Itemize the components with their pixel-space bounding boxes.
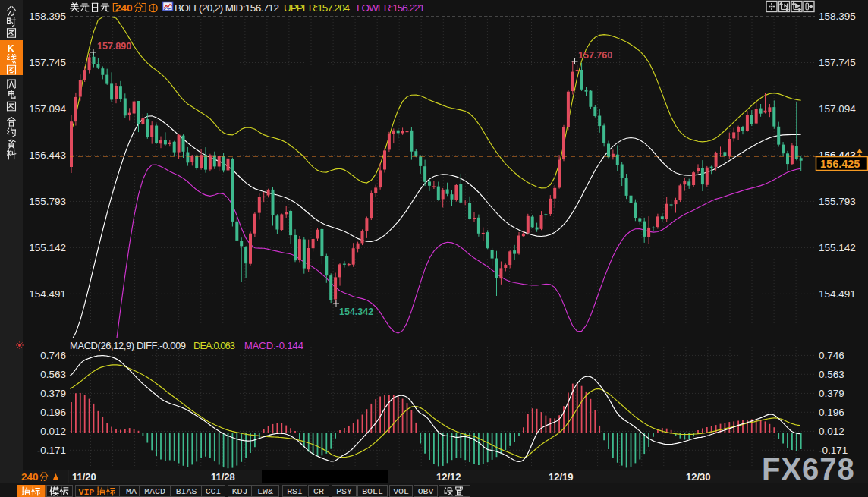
svg-text:BIAS: BIAS [176, 486, 197, 496]
svg-text:0.012: 0.012 [40, 426, 66, 437]
svg-text:LOWER:156.221: LOWER:156.221 [357, 2, 425, 14]
svg-text:11/20: 11/20 [72, 471, 96, 483]
svg-text:240: 240 [21, 471, 39, 483]
svg-text:0.012: 0.012 [819, 426, 844, 437]
svg-text:155.793: 155.793 [819, 196, 856, 207]
svg-text:157.760: 157.760 [578, 50, 612, 61]
svg-text:154.491: 154.491 [819, 288, 856, 300]
svg-text:UPPER:157.204: UPPER:157.204 [284, 2, 350, 14]
svg-text:158.395: 158.395 [29, 11, 66, 22]
svg-text:-0.171: -0.171 [37, 445, 66, 456]
svg-text:RSI: RSI [287, 486, 303, 496]
svg-text:0.563: 0.563 [40, 369, 66, 380]
svg-text:12/30: 12/30 [686, 471, 711, 483]
svg-text:0.746: 0.746 [40, 350, 66, 361]
svg-text:157.094: 157.094 [819, 103, 856, 115]
svg-text:157.890: 157.890 [97, 41, 131, 52]
svg-text:LW&: LW& [257, 486, 273, 496]
svg-text:157.745: 157.745 [819, 57, 856, 68]
svg-text:0.196: 0.196 [819, 407, 844, 418]
svg-text:155.142: 155.142 [819, 242, 856, 253]
svg-text:0.379: 0.379 [40, 388, 66, 399]
svg-text:BOLL(20,2) MID:156.712: BOLL(20,2) MID:156.712 [175, 2, 279, 14]
svg-text:0.746: 0.746 [819, 350, 844, 361]
svg-text:155.793: 155.793 [29, 196, 66, 207]
svg-text:157.094: 157.094 [29, 103, 66, 115]
svg-text:0.379: 0.379 [819, 388, 844, 399]
svg-text:CCI: CCI [206, 486, 222, 496]
svg-text:BOLL: BOLL [362, 486, 383, 496]
svg-text:240: 240 [115, 2, 133, 14]
svg-text:MACD:-0.144: MACD:-0.144 [244, 340, 303, 351]
svg-text:0.563: 0.563 [819, 369, 844, 380]
svg-text:156.425: 156.425 [820, 158, 860, 170]
svg-text:FX678: FX678 [762, 452, 855, 486]
svg-text:CR: CR [313, 486, 324, 496]
svg-text:154.342: 154.342 [339, 307, 373, 317]
svg-text:158.395: 158.395 [819, 11, 856, 22]
svg-text:MACD: MACD [144, 486, 165, 496]
svg-text:OBV: OBV [418, 486, 434, 496]
svg-text:156.443: 156.443 [29, 149, 66, 161]
svg-text:155.142: 155.142 [29, 242, 66, 253]
svg-text:PSY: PSY [336, 486, 352, 496]
svg-text:KDJ: KDJ [232, 486, 248, 496]
svg-text:157.745: 157.745 [29, 57, 66, 68]
svg-text:0.196: 0.196 [40, 407, 66, 418]
svg-text:VIP: VIP [79, 487, 95, 497]
svg-text:11/28: 11/28 [211, 471, 235, 483]
svg-text:DEA:0.063: DEA:0.063 [193, 340, 235, 351]
svg-text:MA: MA [126, 486, 137, 496]
svg-text:K: K [8, 43, 14, 54]
svg-text:MACD(26,12,9) DIFF:-0.009: MACD(26,12,9) DIFF:-0.009 [70, 340, 186, 351]
svg-text:12/12: 12/12 [436, 471, 461, 483]
svg-text:12/19: 12/19 [549, 471, 574, 483]
svg-text:VOL: VOL [393, 486, 409, 496]
svg-text:154.491: 154.491 [29, 288, 66, 300]
